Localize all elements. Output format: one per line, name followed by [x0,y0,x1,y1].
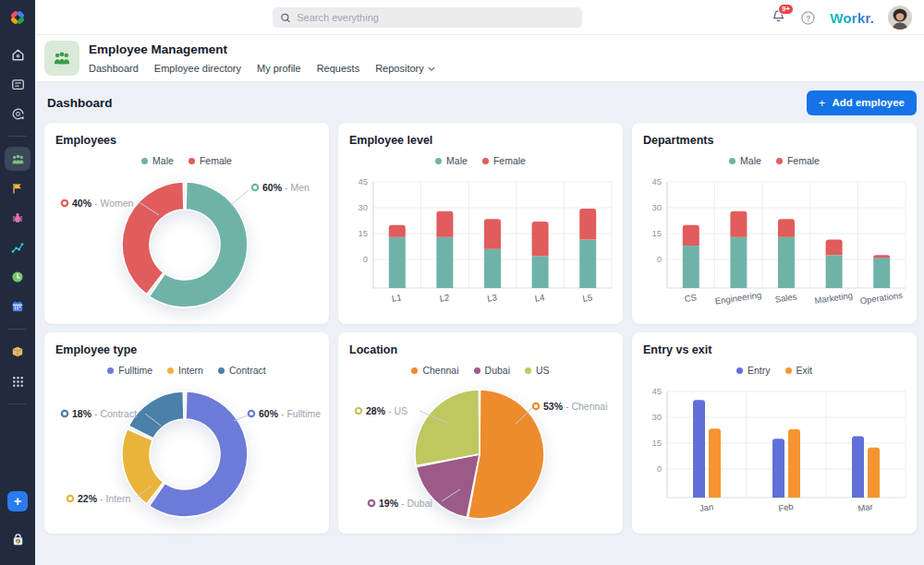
card-employees: Employees MaleFemale 60%- Men40%- Women [44,123,329,324]
sidebar-item-calendar[interactable] [5,295,30,319]
location-pie-chart: 53%- Chennai19%- Dubai28%- US [349,380,612,530]
chart-legend: EntryExit [632,365,917,376]
workr-logo-icon[interactable] [6,6,29,29]
legend-label: Entry [748,365,771,376]
legend-item[interactable]: Chennai [411,365,458,376]
sidebar-divider [8,403,27,404]
add-icon[interactable]: + [7,491,28,511]
svg-text:Operations: Operations [859,290,904,306]
svg-text:15: 15 [358,228,368,238]
notifications-button[interactable]: 9+ [771,8,786,28]
chart-legend: MaleFemale [338,155,623,166]
add-employee-button[interactable]: + Add employee [807,90,917,115]
card-title: Entry vs exit [643,343,711,356]
card-departments: Departments MaleFemale 4530150CSEngineer… [632,123,917,324]
trend-icon [10,240,25,255]
svg-text:?: ? [807,13,811,22]
svg-text:L1: L1 [391,292,402,303]
avatar[interactable] [888,6,912,30]
legend-item[interactable]: Female [776,155,820,166]
search-input[interactable] [297,12,575,23]
svg-text:45: 45 [358,176,368,186]
legend-label: Female [200,155,232,166]
sidebar-item-assets[interactable] [5,340,30,364]
legend-label: Male [446,155,468,166]
calendar-icon [10,299,25,314]
legend-dot [736,367,743,374]
svg-text:0: 0 [363,254,368,264]
tab-dashboard[interactable]: Dashboard [89,63,139,74]
legend-label: Female [787,155,820,166]
legend-item[interactable]: Female [482,155,526,166]
legend-item[interactable]: Intern [167,365,203,376]
legend-dot [729,158,736,164]
help-button[interactable]: ? [800,10,816,26]
sidebar-item-employees[interactable] [5,147,30,171]
legend-item[interactable]: Male [141,155,174,166]
chart-legend: MaleFemale [632,155,917,166]
sidebar-item-analytics[interactable] [5,235,30,259]
sidebar-item-goals[interactable] [5,176,30,200]
legend-dot [167,367,174,374]
chart-legend: ChennaiDubaiUS [338,365,623,376]
legend-label: US [536,365,550,376]
svg-text:30: 30 [651,412,662,422]
app-tabs: Dashboard Employee directory My profile … [89,63,435,74]
sidebar-item-home[interactable] [5,42,30,66]
legend-item[interactable]: Female [188,155,232,166]
global-search[interactable] [273,7,582,28]
svg-text:45: 45 [651,176,662,186]
svg-text:19%- Dubai: 19%- Dubai [379,498,432,509]
svg-text:60%- Men: 60%- Men [262,182,310,193]
tab-requests[interactable]: Requests [317,63,359,74]
tab-employee-directory[interactable]: Employee directory [154,63,241,74]
sidebar-item-marketplace[interactable] [5,527,30,551]
svg-text:Sales: Sales [774,291,797,304]
entry-vs-exit-bar-chart: 4530150JanFebMar [643,380,906,530]
svg-text:30: 30 [651,202,662,212]
svg-text:28%- US: 28%- US [366,405,407,416]
team-icon [52,48,72,68]
legend-item[interactable]: Entry [736,365,771,376]
home-icon [10,47,26,63]
card-title: Employee level [349,134,432,147]
svg-text:18%- Contract: 18%- Contract [72,408,137,419]
brand-wordmark: Workr. [830,10,874,26]
search-icon [280,12,291,24]
legend-item[interactable]: Dubai [474,365,510,376]
bug-icon [10,210,25,225]
legend-label: Male [152,155,174,166]
legend-label: Intern [178,365,203,376]
svg-text:22%- Intern: 22%- Intern [78,493,130,504]
legend-item[interactable]: Male [729,155,761,166]
card-employee-level: Employee level MaleFemale 4530150L1L2L3L… [338,123,623,324]
legend-dot [411,367,418,374]
card-employee-type: Employee type FulltimeInternContract 60%… [44,332,329,534]
legend-item[interactable]: US [525,365,550,376]
svg-text:Feb: Feb [778,501,795,513]
legend-dot [435,158,442,164]
sidebar-item-time[interactable] [5,265,30,289]
svg-text:0: 0 [657,463,662,474]
card-title: Departments [643,134,713,147]
svg-text:53%- Chennai: 53%- Chennai [543,401,608,412]
sidebar-item-apps[interactable] [5,369,30,393]
card-location: Location ChennaiDubaiUS 53%- Chennai19%-… [338,332,623,534]
sidebar-item-issues[interactable] [5,206,30,230]
legend-item[interactable]: Contract [218,365,266,376]
sidebar-item-board[interactable] [5,72,30,96]
tab-my-profile[interactable]: My profile [257,63,301,74]
svg-text:CS: CS [684,292,698,304]
dashboard-grid: Employees MaleFemale 60%- Men40%- Women … [35,123,924,534]
legend-item[interactable]: Male [435,155,468,166]
svg-text:L4: L4 [534,292,545,303]
flag-icon [10,181,25,196]
sidebar-item-chat[interactable] [5,102,30,126]
svg-text:30: 30 [358,202,368,212]
legend-dot [474,367,480,374]
svg-text:L2: L2 [439,292,450,303]
legend-item[interactable]: Exit [785,365,813,376]
tab-repository[interactable]: Repository [375,63,435,74]
legend-dot [525,367,531,374]
legend-item[interactable]: Fulltime [107,365,152,376]
